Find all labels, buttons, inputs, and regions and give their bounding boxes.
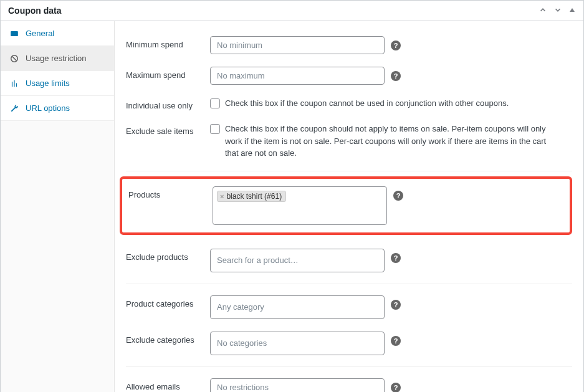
divider — [126, 284, 572, 284]
row-product-categories: Product categories Any category ? — [126, 289, 572, 325]
general-icon — [9, 29, 19, 38]
individual-use-checkbox[interactable] — [210, 98, 220, 108]
label-individual-use: Individual use only — [126, 97, 210, 110]
exclude-categories-placeholder: No categories — [217, 338, 267, 348]
help-icon[interactable]: ? — [391, 300, 401, 310]
svg-marker-0 — [570, 8, 575, 12]
individual-use-desc: Check this box if the coupon cannot be u… — [225, 97, 509, 110]
row-exclude-categories: Exclude categories No categories ? — [126, 325, 572, 361]
row-maximum-spend: Maximum spend ? — [126, 60, 572, 91]
products-highlight: Products × black tshirt (#61) ? — [120, 176, 572, 235]
label-allowed-emails: Allowed emails — [126, 378, 210, 391]
help-icon[interactable]: ? — [393, 191, 403, 201]
product-categories-select[interactable]: Any category — [210, 295, 385, 319]
coupon-data-panel: Coupon data General — [0, 0, 584, 392]
sidebar-item-general[interactable]: General — [1, 21, 114, 46]
wrench-icon — [9, 104, 19, 113]
panel-header: Coupon data — [1, 1, 583, 21]
exclude-products-select[interactable]: Search for a product… — [210, 249, 385, 272]
sidebar-item-label: Usage restriction — [26, 54, 87, 63]
help-icon[interactable]: ? — [391, 336, 401, 346]
row-exclude-products: Exclude products Search for a product… ? — [126, 242, 572, 279]
move-up-icon[interactable] — [539, 6, 547, 16]
exclude-sale-checkbox[interactable] — [210, 124, 220, 134]
products-select[interactable]: × black tshirt (#61) — [213, 186, 387, 225]
row-allowed-emails: Allowed emails ? — [126, 372, 572, 393]
product-categories-placeholder: Any category — [217, 302, 264, 312]
product-tag-label: black tshirt (#61) — [226, 192, 282, 201]
product-tag: × black tshirt (#61) — [217, 191, 286, 202]
label-exclude-categories: Exclude categories — [126, 332, 210, 345]
sidebar-item-label: URL options — [26, 103, 70, 113]
label-exclude-products: Exclude products — [126, 249, 210, 262]
sidebar-item-usage-restriction[interactable]: Usage restriction — [1, 46, 114, 71]
label-product-categories: Product categories — [126, 295, 210, 308]
limits-icon — [9, 79, 19, 88]
move-down-icon[interactable] — [553, 6, 562, 16]
divider — [126, 171, 572, 171]
restriction-icon — [9, 54, 19, 63]
content-area: Minimum spend ? Maximum spend ? Individu… — [115, 21, 583, 392]
help-icon[interactable]: ? — [391, 41, 401, 50]
row-exclude-sale: Exclude sale items Check this box if the… — [126, 117, 572, 166]
svg-rect-1 — [11, 31, 18, 36]
label-maximum-spend: Maximum spend — [126, 67, 210, 80]
row-products: Products × black tshirt (#61) ? — [122, 185, 563, 226]
panel-actions — [539, 6, 576, 16]
exclude-sale-desc: Check this box if the coupon should not … — [225, 123, 562, 160]
sidebar-item-label: General — [26, 29, 54, 38]
row-minimum-spend: Minimum spend ? — [126, 30, 572, 60]
remove-tag-icon[interactable]: × — [220, 193, 224, 200]
sidebar-item-url-options[interactable]: URL options — [1, 96, 114, 121]
sidebar-item-usage-limits[interactable]: Usage limits — [1, 71, 114, 96]
help-icon[interactable]: ? — [391, 253, 401, 263]
sidebar: General Usage restriction Usage limits U… — [1, 21, 115, 392]
panel-title: Coupon data — [8, 6, 62, 16]
toggle-panel-icon[interactable] — [568, 6, 576, 15]
divider — [126, 366, 572, 367]
help-icon[interactable]: ? — [391, 71, 401, 81]
label-products: Products — [128, 186, 213, 199]
allowed-emails-input[interactable] — [210, 378, 385, 393]
maximum-spend-input[interactable] — [210, 67, 385, 85]
label-minimum-spend: Minimum spend — [126, 36, 210, 49]
exclude-products-placeholder: Search for a product… — [217, 256, 299, 265]
label-exclude-sale: Exclude sale items — [126, 123, 210, 136]
svg-line-3 — [12, 56, 17, 60]
help-icon[interactable]: ? — [391, 383, 401, 393]
exclude-categories-select[interactable]: No categories — [210, 332, 385, 355]
row-individual-use: Individual use only Check this box if th… — [126, 91, 572, 117]
sidebar-item-label: Usage limits — [26, 79, 70, 88]
panel-body: General Usage restriction Usage limits U… — [1, 21, 583, 392]
minimum-spend-input[interactable] — [210, 36, 385, 54]
